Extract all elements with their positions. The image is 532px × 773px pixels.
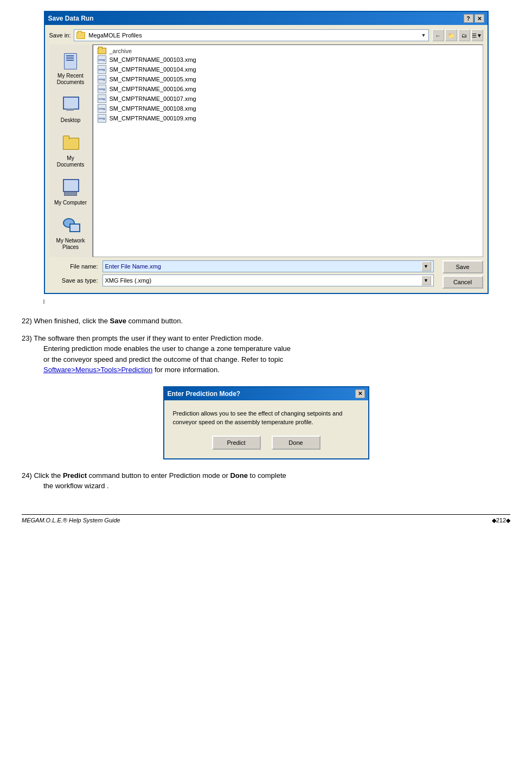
savetype-row: Save as type: XMG Files (.xmg) ▼ <box>49 274 434 286</box>
network-icon <box>61 216 80 235</box>
filename-input-wrapper: Enter File Name.xmg ▼ <box>102 260 434 272</box>
network-label: My NetworkPlaces <box>56 238 85 251</box>
step-24-text-after: to complete <box>250 471 286 480</box>
step-23-indent-2: or the conveyor speed and predict the ou… <box>43 355 283 363</box>
folder-icon <box>76 32 85 39</box>
file-name: SM_CMPTRNAME_000106.xmg <box>110 86 196 92</box>
xmg-file-icon: xmg <box>98 85 106 93</box>
save-dialog: Save Data Run ? ✕ Save in: MegaMOLE Prof… <box>44 11 489 294</box>
list-item[interactable]: xmg SM_CMPTRNAME_000108.xmg <box>95 104 480 113</box>
my-computer-icon <box>61 178 80 197</box>
view-button[interactable]: ☰▼ <box>471 29 483 41</box>
file-name: SM_CMPTRNAME_000108.xmg <box>110 105 196 112</box>
titlebar-controls: ? ✕ <box>464 14 484 23</box>
files-area[interactable]: _archive xmg SM_CMPTRNAME_000103.xmg xmg… <box>93 44 483 257</box>
step-24: 24) Click the Predict command button to … <box>22 470 510 491</box>
cancel-button[interactable]: Cancel <box>443 276 483 289</box>
my-docs-label: My Documents <box>53 155 88 168</box>
sidebar-panel: My RecentDocuments Desktop My Documents … <box>49 44 93 257</box>
list-item[interactable]: xmg SM_CMPTRNAME_000106.xmg <box>95 84 480 94</box>
predict-body-text: Prediction allows you to see the effect … <box>173 409 360 427</box>
savein-dropdown[interactable]: MegaMOLE Profiles ▼ <box>74 29 428 41</box>
desktop-label: Desktop <box>61 117 81 124</box>
file-name: _archive <box>110 48 132 54</box>
step-22-number: 22) <box>22 317 32 325</box>
document-content: 22) When finished, click the Save comman… <box>22 310 510 503</box>
step-23-text-before: The software then prompts the user if th… <box>34 334 263 342</box>
step-23-indent-3: Software>Menus>Tools>Prediction for more… <box>43 366 220 374</box>
xmg-file-icon: xmg <box>98 55 106 64</box>
new-folder-button[interactable]: 🗂 <box>458 29 470 41</box>
footer-right-text: ◆212◆ <box>492 517 510 524</box>
savein-bar: Save in: MegaMOLE Profiles ▼ ← 📁 🗂 ☰▼ <box>49 29 483 41</box>
dialog-body: Save in: MegaMOLE Profiles ▼ ← 📁 🗂 ☰▼ <box>45 25 488 293</box>
vertical-bar <box>43 299 44 304</box>
list-item[interactable]: xmg SM_CMPTRNAME_000109.xmg <box>95 113 480 123</box>
savetype-dropdown[interactable]: XMG Files (.xmg) ▼ <box>102 274 434 286</box>
filename-input-field[interactable]: Enter File Name.xmg ▼ <box>102 260 434 272</box>
xmg-file-icon: xmg <box>98 94 106 103</box>
prediction-link[interactable]: Software>Menus>Tools>Prediction <box>43 366 152 374</box>
done-button[interactable]: Done <box>272 436 321 450</box>
footer-left-text: MEGAM.O.L.E.® Help System Guide <box>22 517 120 523</box>
dialog-content-area: My RecentDocuments Desktop My Documents … <box>49 44 483 257</box>
step-22-text-before: When finished, click the <box>34 317 110 325</box>
up-folder-button[interactable]: 📁 <box>445 29 457 41</box>
sidebar-item-desktop[interactable]: Desktop <box>52 93 89 126</box>
toolbar-buttons: ← 📁 🗂 ☰▼ <box>432 29 483 41</box>
dialog-bottom-row: File name: Enter File Name.xmg ▼ Save as… <box>49 260 483 289</box>
step-22: 22) When finished, click the Save comman… <box>22 316 510 327</box>
recent-docs-label: My RecentDocuments <box>57 73 85 86</box>
back-button[interactable]: ← <box>432 29 444 41</box>
file-name: SM_CMPTRNAME_000109.xmg <box>110 115 196 122</box>
save-dialog-title: Save Data Run <box>48 15 94 22</box>
step-23: 23) The software then prompts the user i… <box>22 333 510 375</box>
list-item[interactable]: _archive <box>95 47 480 55</box>
predict-buttons-row: Predict Done <box>173 436 360 450</box>
savetype-dropdown-arrow[interactable]: ▼ <box>421 276 431 285</box>
list-item[interactable]: xmg SM_CMPTRNAME_000107.xmg <box>95 94 480 104</box>
sidebar-item-my-computer[interactable]: My Computer <box>52 176 89 208</box>
save-dialog-titlebar: Save Data Run ? ✕ <box>45 12 488 25</box>
xmg-file-icon: xmg <box>98 104 106 113</box>
sidebar-item-my-documents[interactable]: My Documents <box>52 131 89 170</box>
step-22-bold: Save <box>110 317 126 325</box>
savetype-label: Save as type: <box>49 277 98 284</box>
list-item[interactable]: xmg SM_CMPTRNAME_000105.xmg <box>95 74 480 84</box>
save-button[interactable]: Save <box>443 260 483 273</box>
save-dialog-wrapper: Save Data Run ? ✕ Save in: MegaMOLE Prof… <box>44 11 489 294</box>
list-item[interactable]: xmg SM_CMPTRNAME_000104.xmg <box>95 65 480 74</box>
sidebar-item-network-places[interactable]: My NetworkPlaces <box>52 214 89 253</box>
savetype-value: XMG Files (.xmg) <box>105 277 152 284</box>
close-button[interactable]: ✕ <box>475 14 484 23</box>
action-buttons: Save Cancel <box>443 260 483 289</box>
savein-label: Save in: <box>49 32 71 39</box>
filename-dropdown-arrow[interactable]: ▼ <box>421 261 431 271</box>
list-item[interactable]: xmg SM_CMPTRNAME_000103.xmg <box>95 55 480 65</box>
savein-folder-name: MegaMOLE Profiles <box>88 32 418 39</box>
my-computer-label: My Computer <box>54 200 87 206</box>
page-footer: MEGAM.O.L.E.® Help System Guide ◆212◆ <box>22 514 510 524</box>
xmg-file-icon: xmg <box>98 75 106 84</box>
predict-close-button[interactable]: ✕ <box>355 389 365 398</box>
predict-body: Prediction allows you to see the effect … <box>164 400 368 458</box>
step-24-indent: the workflow wizard . <box>43 482 109 490</box>
file-name: SM_CMPTRNAME_000107.xmg <box>110 95 196 102</box>
file-name: SM_CMPTRNAME_000103.xmg <box>110 56 196 63</box>
predict-dialog-title: Enter Prediction Mode? <box>168 390 241 398</box>
savetype-input-wrapper: XMG Files (.xmg) ▼ <box>102 274 434 286</box>
dialog-fields: File name: Enter File Name.xmg ▼ Save as… <box>49 260 434 289</box>
filename-value: Enter File Name.xmg <box>105 263 161 270</box>
sidebar-item-recent-docs[interactable]: My RecentDocuments <box>52 49 89 88</box>
predict-dialog-wrapper: Enter Prediction Mode? ✕ Prediction allo… <box>22 386 510 459</box>
predict-button[interactable]: Predict <box>212 436 261 450</box>
step-24-number: 24) <box>22 471 32 480</box>
filename-row: File name: Enter File Name.xmg ▼ <box>49 260 434 272</box>
step-22-text-after: command button. <box>129 317 183 325</box>
folder-file-icon <box>98 48 106 54</box>
file-name: SM_CMPTRNAME_000104.xmg <box>110 66 196 73</box>
step-24-text-before: Click the <box>34 471 62 480</box>
xmg-file-icon: xmg <box>98 65 106 74</box>
step-24-text-middle: command button to enter Prediction mode … <box>89 471 230 480</box>
help-button[interactable]: ? <box>464 14 473 23</box>
